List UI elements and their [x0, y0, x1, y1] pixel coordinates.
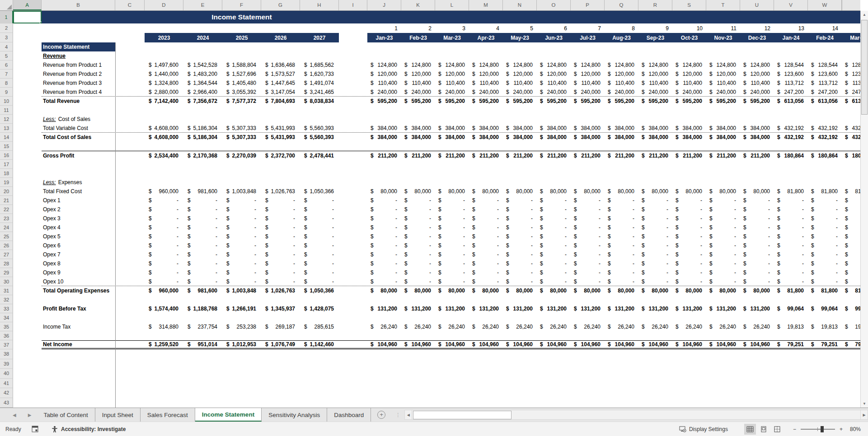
cell-G9[interactable]: $3,147,054: [261, 88, 300, 96]
cell-T25[interactable]: $-: [706, 232, 740, 241]
cell-T14[interactable]: $384,000: [706, 133, 740, 142]
cell-D28[interactable]: $-: [145, 259, 183, 268]
cell-J20[interactable]: $80,000: [367, 187, 401, 196]
cell-V10[interactable]: $613,056: [774, 97, 808, 106]
cell-O16[interactable]: $211,200: [537, 151, 571, 160]
cell-P2[interactable]: 7: [571, 23, 605, 33]
cell-R37[interactable]: $104,960: [638, 341, 672, 348]
cell-X9[interactable]: $247,200: [842, 88, 860, 96]
cell-K31[interactable]: $80,000: [401, 286, 435, 295]
cell-E8[interactable]: $1,364,544: [183, 79, 222, 88]
cell-K20[interactable]: $80,000: [401, 187, 435, 196]
cell-W25[interactable]: $-: [808, 232, 842, 241]
cell-D10[interactable]: $7,142,400: [145, 97, 183, 106]
cell-E14[interactable]: $5,186,304: [183, 133, 222, 142]
cell-N30[interactable]: $-: [503, 277, 537, 286]
cell-P29[interactable]: $-: [571, 268, 605, 277]
cell-N3[interactable]: May-23: [503, 33, 537, 42]
cell-W27[interactable]: $-: [808, 250, 842, 259]
cell-U22[interactable]: $-: [740, 205, 774, 214]
cell-N6[interactable]: $124,800: [503, 60, 537, 70]
cell-H27[interactable]: $-: [300, 250, 339, 259]
cell-S3[interactable]: Oct-23: [672, 33, 706, 42]
cell-V25[interactable]: $-: [774, 232, 808, 241]
column-header-T[interactable]: T: [706, 0, 740, 10]
cell-P21[interactable]: $-: [571, 196, 605, 205]
cell-X21[interactable]: $-: [842, 196, 860, 205]
cell-S25[interactable]: $-: [672, 232, 706, 241]
cell-K7[interactable]: $120,000: [401, 70, 435, 79]
cell-G20[interactable]: $1,026,763: [261, 187, 300, 196]
row-header-29[interactable]: 29: [0, 268, 13, 277]
cell-W8[interactable]: $113,712: [808, 79, 842, 88]
row-header-28[interactable]: 28: [0, 259, 13, 268]
cell-K28[interactable]: $-: [401, 259, 435, 268]
cell-H29[interactable]: $-: [300, 268, 339, 277]
cell-X8[interactable]: $113,712: [842, 79, 860, 88]
cell-H26[interactable]: $-: [300, 241, 339, 250]
cell-E22[interactable]: $-: [183, 205, 222, 214]
cell-N22[interactable]: $-: [503, 205, 537, 214]
scroll-left-button[interactable]: ◀: [405, 410, 412, 420]
row-header-31[interactable]: 31: [0, 286, 13, 295]
cell-V27[interactable]: $-: [774, 250, 808, 259]
cell-E35[interactable]: $237,754: [183, 322, 222, 331]
cell-V24[interactable]: $-: [774, 223, 808, 232]
cell-R7[interactable]: $120,000: [638, 70, 672, 79]
cell-U30[interactable]: $-: [740, 277, 774, 286]
cell-S13[interactable]: $384,000: [672, 124, 706, 132]
cell-W3[interactable]: Feb-24: [808, 33, 842, 42]
cell-M30[interactable]: $-: [469, 277, 503, 286]
cell-M23[interactable]: $-: [469, 214, 503, 223]
cell-X28[interactable]: $-: [842, 259, 860, 268]
cell-Q7[interactable]: $120,000: [605, 70, 638, 79]
cell-J8[interactable]: $110,400: [367, 79, 401, 88]
cell-J21[interactable]: $-: [367, 196, 401, 205]
cell-B35[interactable]: Income Tax: [42, 322, 115, 331]
row-header-15[interactable]: 15: [0, 142, 13, 151]
cell-W13[interactable]: $432,192: [808, 124, 842, 132]
cell-T2[interactable]: 11: [706, 23, 740, 33]
cell-U35[interactable]: $26,240: [740, 322, 774, 331]
row-header-42[interactable]: 42: [0, 388, 13, 398]
cell-O14[interactable]: $384,000: [537, 133, 571, 142]
cell-H37[interactable]: $1,142,460: [300, 341, 339, 348]
cell-R20[interactable]: $80,000: [638, 187, 672, 196]
cell-M26[interactable]: $-: [469, 241, 503, 250]
cell-D3[interactable]: 2023: [145, 33, 183, 42]
cell-R22[interactable]: $-: [638, 205, 672, 214]
cell-Q35[interactable]: $26,240: [605, 322, 638, 331]
cell-X29[interactable]: $-: [842, 268, 860, 277]
cell-T3[interactable]: Nov-23: [706, 33, 740, 42]
cell-D16[interactable]: $2,534,400: [145, 151, 183, 160]
cell-J7[interactable]: $120,000: [367, 70, 401, 79]
select-all-corner[interactable]: [0, 0, 13, 10]
cell-X22[interactable]: $-: [842, 205, 860, 214]
cell-E26[interactable]: $-: [183, 241, 222, 250]
cell-B5[interactable]: Revenue: [42, 51, 115, 60]
cell-J22[interactable]: $-: [367, 205, 401, 214]
cell-N2[interactable]: 5: [503, 23, 537, 33]
cell-O23[interactable]: $-: [537, 214, 571, 223]
cell-V9[interactable]: $247,200: [774, 88, 808, 96]
cell-L20[interactable]: $80,000: [435, 187, 469, 196]
cell-S24[interactable]: $-: [672, 223, 706, 232]
cell-P24[interactable]: $-: [571, 223, 605, 232]
cell-R8[interactable]: $110,400: [638, 79, 672, 88]
cell-B10[interactable]: Total Revenue: [42, 97, 115, 106]
cell-E33[interactable]: $1,188,768: [183, 304, 222, 313]
cell-P16[interactable]: $211,200: [571, 151, 605, 160]
column-header-I[interactable]: I: [339, 0, 367, 10]
cell-K9[interactable]: $240,000: [401, 88, 435, 96]
cell-M35[interactable]: $26,240: [469, 322, 503, 331]
tab-input-sheet[interactable]: Input Sheet: [95, 408, 141, 422]
cell-V6[interactable]: $128,544: [774, 60, 808, 70]
vertical-scroll-thumb[interactable]: [861, 20, 868, 115]
cell-X27[interactable]: $-: [842, 250, 860, 259]
cell-M27[interactable]: $-: [469, 250, 503, 259]
zoom-out-button[interactable]: −: [793, 426, 796, 432]
cell-Q9[interactable]: $240,000: [605, 88, 638, 96]
cell-R24[interactable]: $-: [638, 223, 672, 232]
cell-S21[interactable]: $-: [672, 196, 706, 205]
cell-U29[interactable]: $-: [740, 268, 774, 277]
